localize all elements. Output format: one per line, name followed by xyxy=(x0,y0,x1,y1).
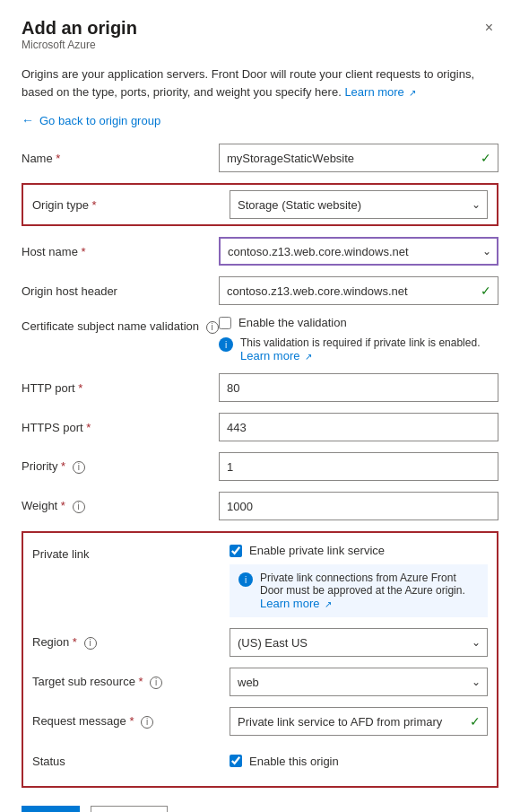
status-checkbox[interactable] xyxy=(230,755,242,767)
region-select-wrapper: (US) East US ⌄ xyxy=(230,628,488,657)
request-msg-wrapper: ✓ xyxy=(230,707,488,736)
weight-row: Weight * i xyxy=(22,492,498,520)
host-name-select[interactable]: contoso.z13.web.core.windows.net xyxy=(219,237,498,266)
http-port-row: HTTP port * xyxy=(22,373,498,402)
http-port-input[interactable] xyxy=(219,373,498,402)
description-text: Origins are your application servers. Fr… xyxy=(22,65,498,100)
panel-title: Add an origin xyxy=(22,18,137,39)
priority-row: Priority * i xyxy=(22,452,498,481)
origin-host-header-wrapper: ✓ xyxy=(219,276,498,305)
footer: Add Cancel xyxy=(22,806,498,812)
cert-checkbox[interactable] xyxy=(219,317,231,329)
priority-control xyxy=(219,452,498,481)
cert-content: Enable the validation i This validation … xyxy=(219,316,498,362)
host-name-select-wrapper: contoso.z13.web.core.windows.net ⌄ xyxy=(219,237,498,266)
http-port-control xyxy=(219,373,498,402)
origin-type-label: Origin type * xyxy=(32,198,230,212)
description-learn-more-link[interactable]: Learn more ↗ xyxy=(344,85,416,99)
cert-info-box: i This validation is required if private… xyxy=(219,336,498,362)
request-msg-input[interactable] xyxy=(230,707,488,736)
header-left: Add an origin Microsoft Azure xyxy=(22,18,137,62)
region-info-icon[interactable]: i xyxy=(84,637,97,650)
origin-host-header-input[interactable] xyxy=(219,276,498,305)
target-sub-select[interactable]: web xyxy=(230,668,488,696)
cert-info-icon[interactable]: i xyxy=(206,321,219,334)
name-control: ✓ xyxy=(219,144,498,172)
private-link-learn-more-link[interactable]: Learn more ↗ xyxy=(260,597,332,610)
private-link-section: Private link Enable private link service… xyxy=(22,531,498,788)
cancel-button[interactable]: Cancel xyxy=(91,806,168,812)
back-to-origin-group-link[interactable]: ← Go back to origin group xyxy=(22,113,498,127)
target-sub-select-wrapper: web ⌄ xyxy=(230,668,488,696)
private-link-checkbox-label: Enable private link service xyxy=(249,544,385,557)
origin-type-select[interactable]: Storage (Static website) xyxy=(230,190,488,219)
status-label: Status xyxy=(32,755,230,768)
cert-learn-more-link[interactable]: Learn more ↗ xyxy=(240,349,312,362)
http-port-required: * xyxy=(75,381,83,395)
panel-subtitle: Microsoft Azure xyxy=(22,39,137,51)
back-arrow-icon: ← xyxy=(22,113,34,127)
priority-input[interactable] xyxy=(219,452,498,481)
priority-required: * xyxy=(57,459,65,473)
request-msg-info-icon[interactable]: i xyxy=(141,716,153,729)
add-origin-panel: Add an origin Microsoft Azure × Origins … xyxy=(0,0,520,812)
https-port-label: HTTPS port * xyxy=(22,421,219,434)
request-msg-label: Request message * i xyxy=(32,714,230,729)
host-name-row: Host name * contoso.z13.web.core.windows… xyxy=(22,237,498,266)
private-link-info-text: Private link connections from Azure Fron… xyxy=(260,572,479,610)
target-sub-label: Target sub resource * i xyxy=(32,675,230,689)
host-name-required: * xyxy=(78,245,86,258)
name-check-icon: ✓ xyxy=(481,151,491,165)
private-link-info-circle-icon: i xyxy=(238,572,253,587)
region-control: (US) East US ⌄ xyxy=(230,628,488,657)
cert-label: Certificate subject name validation i xyxy=(22,316,219,334)
request-msg-control: ✓ xyxy=(230,707,488,736)
request-msg-row: Request message * i ✓ xyxy=(32,707,488,736)
name-input-wrapper: ✓ xyxy=(219,144,498,172)
name-input[interactable] xyxy=(219,144,498,172)
target-sub-info-icon[interactable]: i xyxy=(150,677,162,689)
status-control: Enable this origin xyxy=(230,755,488,768)
request-msg-required: * xyxy=(126,714,134,728)
add-button[interactable]: Add xyxy=(22,806,80,812)
origin-type-required: * xyxy=(89,198,97,212)
origin-type-inner: Origin type * Storage (Static website) ⌄ xyxy=(32,190,488,219)
priority-info-icon[interactable]: i xyxy=(73,461,85,474)
name-required: * xyxy=(53,152,61,165)
request-msg-check-icon: ✓ xyxy=(470,714,481,729)
weight-control xyxy=(219,492,498,520)
spacer xyxy=(32,617,488,628)
private-link-checkbox[interactable] xyxy=(230,545,242,557)
host-name-control: contoso.z13.web.core.windows.net ⌄ xyxy=(219,237,498,266)
close-button[interactable]: × xyxy=(480,18,498,38)
region-select[interactable]: (US) East US xyxy=(230,628,488,657)
status-checkbox-label: Enable this origin xyxy=(249,755,339,768)
cert-row: Certificate subject name validation i En… xyxy=(22,316,498,362)
private-link-header-row: Private link Enable private link service… xyxy=(32,544,488,617)
origin-type-select-wrapper: Storage (Static website) ⌄ xyxy=(230,190,488,219)
region-required: * xyxy=(69,635,77,649)
origin-type-control: Storage (Static website) ⌄ xyxy=(230,190,488,219)
origin-host-header-check-icon: ✓ xyxy=(481,284,491,298)
private-link-checkbox-row: Enable private link service xyxy=(230,544,488,557)
status-checkbox-row: Enable this origin xyxy=(230,755,488,768)
private-link-label: Private link xyxy=(32,544,230,561)
cert-info-text: This validation is required if private l… xyxy=(240,336,498,362)
https-port-required: * xyxy=(83,421,91,434)
name-label: Name * xyxy=(22,152,219,165)
region-label: Region * i xyxy=(32,635,230,650)
weight-input[interactable] xyxy=(219,492,498,520)
origin-host-header-row: Origin host header ✓ xyxy=(22,276,498,305)
cert-checkbox-label: Enable the validation xyxy=(238,316,347,329)
cert-info-circle-icon: i xyxy=(219,337,233,352)
weight-required: * xyxy=(57,499,65,512)
cert-checkbox-row: Enable the validation xyxy=(219,316,498,329)
private-link-content: Enable private link service i Private li… xyxy=(230,544,488,617)
region-row: Region * i (US) East US ⌄ xyxy=(32,628,488,657)
host-name-label: Host name * xyxy=(22,245,219,258)
origin-host-header-control: ✓ xyxy=(219,276,498,305)
external-link-icon: ↗ xyxy=(409,88,416,98)
weight-info-icon[interactable]: i xyxy=(73,501,85,513)
https-port-input[interactable] xyxy=(219,413,498,441)
http-port-label: HTTP port * xyxy=(22,381,219,395)
